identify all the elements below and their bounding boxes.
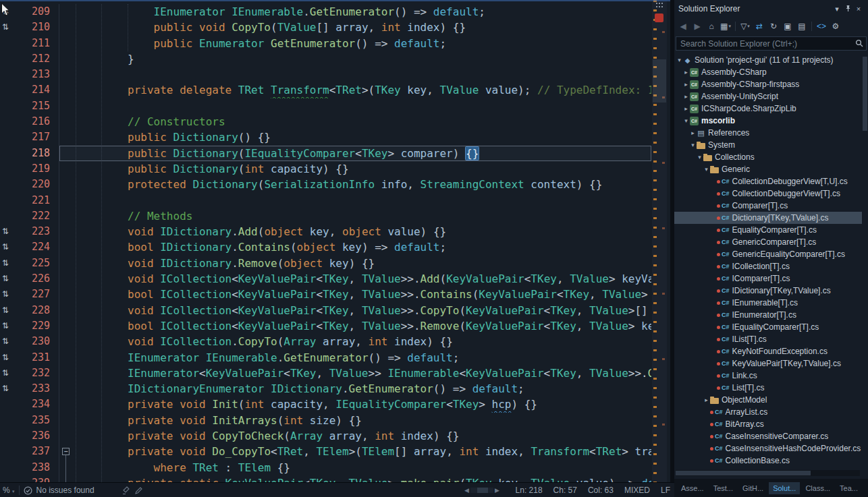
editor-vertical-scrollbar[interactable] <box>652 0 667 482</box>
code-line[interactable]: 213 <box>0 67 651 82</box>
code-line[interactable]: ⇅231 IEnumerator IEnumerable.GetEnumerat… <box>0 350 651 366</box>
outlining-margin[interactable] <box>59 208 73 224</box>
scrollbar-thumb[interactable] <box>863 57 867 131</box>
chevron-expanded-icon[interactable]: ▾ <box>676 57 683 63</box>
outlining-margin[interactable] <box>59 51 73 67</box>
code-editor[interactable]: ⇅209 IEnumerator IEnumerable.GetEnumerat… <box>0 0 670 482</box>
filter-icon[interactable]: ▽▾ <box>739 20 751 32</box>
chevron-collapsed-icon[interactable]: ▸ <box>689 129 697 136</box>
code-line[interactable]: ⇅224 bool IDictionary.Contains(object ke… <box>0 239 651 255</box>
tree-item[interactable]: C#IEnumerator[T].cs <box>674 309 862 321</box>
outlining-margin[interactable] <box>59 366 73 381</box>
window-position-menu-icon[interactable]: ▾ <box>832 5 842 13</box>
code-line[interactable]: 237− private void Do_CopyTo<TRet, TElem>… <box>0 444 651 459</box>
code-line[interactable]: 212 } <box>0 51 651 67</box>
reference-arrows-icon[interactable]: ⇅ <box>0 287 16 302</box>
breakpoint-margin[interactable] <box>0 67 16 82</box>
properties-icon[interactable]: ▤ <box>796 20 808 32</box>
chevron-collapsed-icon[interactable]: ▸ <box>682 93 690 100</box>
tree-item[interactable]: C#CaseInsensitiveComparer.cs <box>674 430 862 442</box>
tool-window-tab[interactable]: Solut... <box>769 482 800 494</box>
outlining-margin[interactable] <box>59 177 73 192</box>
reference-arrows-icon[interactable]: ⇅ <box>0 366 16 381</box>
code-line[interactable]: 236 private void CopyToCheck(Array array… <box>0 428 651 444</box>
outlining-margin[interactable] <box>59 475 73 482</box>
tree-item[interactable]: C#KeyNotFoundException.cs <box>674 345 862 357</box>
outlining-margin[interactable] <box>59 256 73 271</box>
tree-vertical-scrollbar[interactable] <box>862 54 868 465</box>
reference-arrows-icon[interactable]: ⇅ <box>0 350 16 366</box>
outlining-margin[interactable] <box>59 114 73 129</box>
pin-icon[interactable] <box>842 5 853 13</box>
code-line[interactable]: 235 private void InitArrays(int size) {} <box>0 413 651 428</box>
chevron-expanded-icon[interactable]: ▾ <box>682 117 690 124</box>
back-icon[interactable]: ◀ <box>677 20 689 32</box>
outlining-margin[interactable] <box>59 193 73 208</box>
scrollbar-thumb[interactable] <box>477 488 488 493</box>
forward-icon[interactable]: ▶ <box>691 20 703 32</box>
reference-arrows-icon[interactable]: ⇅ <box>0 20 16 35</box>
breakpoint-margin[interactable] <box>0 146 16 161</box>
tree-item[interactable]: C#Comparer[T].cs <box>674 200 862 212</box>
tree-item[interactable]: C#GenericComparer[T].cs <box>674 236 862 248</box>
outlining-margin[interactable] <box>59 381 73 397</box>
tree-item[interactable]: C#CaseInsensitiveHashCodeProvider.cs <box>674 442 862 455</box>
chevron-expanded-icon[interactable]: ▾ <box>689 142 697 148</box>
tree-item[interactable]: C#CollectionDebuggerView[T,U].cs <box>674 175 862 187</box>
tree-item[interactable]: C#IEnumerable[T].cs <box>674 297 862 309</box>
scroll-right-icon[interactable]: ▶ <box>495 487 499 494</box>
code-line[interactable]: 211 public Enumerator GetEnumerator() =>… <box>0 36 651 51</box>
encoding-indicator[interactable]: MIXED <box>624 486 650 495</box>
outlining-margin[interactable] <box>59 413 73 428</box>
breakpoint-margin[interactable] <box>0 444 16 459</box>
outlining-margin[interactable] <box>59 224 73 239</box>
code-line[interactable]: ⇅230 void ICollection.CopyTo(Array array… <box>0 334 651 349</box>
code-line[interactable]: ⇅227 bool ICollection<KeyValuePair<TKey,… <box>0 287 651 302</box>
tree-item[interactable]: ▾Generic <box>674 163 862 175</box>
breakpoint-margin[interactable] <box>0 161 16 177</box>
breakpoint-margin[interactable] <box>0 36 16 51</box>
tool-window-tab[interactable]: Tea... <box>836 482 862 494</box>
outlining-margin[interactable] <box>59 67 73 82</box>
line-ending-indicator[interactable]: LF <box>661 486 670 495</box>
code-line[interactable]: ⇅210 public void CopyTo(TValue[] array, … <box>0 20 651 35</box>
tree-item[interactable]: C#IList[T].cs <box>674 333 862 345</box>
code-cleanup-icon[interactable] <box>121 486 130 495</box>
tool-window-tab[interactable]: Class... <box>801 482 834 494</box>
breakpoint-margin[interactable] <box>0 428 16 444</box>
editor-horizontal-scrollbar[interactable]: ◀ ▶ <box>464 483 499 497</box>
tree-item[interactable]: ▸▤References <box>674 127 862 139</box>
chevron-expanded-icon[interactable]: ▾ <box>696 154 703 160</box>
breakpoint-margin[interactable] <box>0 177 16 192</box>
refresh-icon[interactable]: ↻ <box>767 20 780 32</box>
breakpoint-margin[interactable] <box>0 98 16 114</box>
tree-item[interactable]: C#ArrayList.cs <box>674 406 862 418</box>
outlining-margin[interactable] <box>59 397 73 412</box>
tool-window-tab[interactable]: GitH... <box>738 482 767 494</box>
tree-item[interactable]: ▸C#Assembly-CSharp <box>674 66 862 78</box>
code-line[interactable]: 220 protected Dictionary(SerializationIn… <box>0 177 651 192</box>
breakpoint-margin[interactable] <box>0 413 16 428</box>
outlining-margin[interactable] <box>59 82 73 98</box>
tree-horizontal-scrollbar[interactable] <box>676 470 860 476</box>
char-indicator[interactable]: Ch: 57 <box>553 486 577 495</box>
outlining-margin[interactable] <box>59 428 73 444</box>
tool-window-tab[interactable]: Test... <box>709 482 737 494</box>
reference-arrows-icon[interactable]: ⇅ <box>0 318 16 334</box>
outlining-margin[interactable]: − <box>59 444 73 459</box>
column-indicator[interactable]: Col: 63 <box>588 486 614 495</box>
scrollbar-thumb[interactable] <box>653 59 666 103</box>
scrollbar-thumb[interactable] <box>676 471 811 475</box>
code-line[interactable]: ⇅229 bool ICollection<KeyValuePair<TKey,… <box>0 318 651 334</box>
tree-item[interactable]: C#Link.cs <box>674 370 862 382</box>
code-line[interactable]: 234 private void Init(int capacity, IEqu… <box>0 397 651 412</box>
tree-item[interactable]: C#CollectionBase.cs <box>674 455 862 467</box>
tree-item[interactable]: C#ICollection[T].cs <box>674 260 862 272</box>
outlining-margin[interactable] <box>59 129 73 145</box>
code-line[interactable]: ⇅226 void ICollection<KeyValuePair<TKey,… <box>0 271 651 287</box>
breakpoint-margin[interactable] <box>0 82 16 98</box>
chevron-collapsed-icon[interactable]: ▸ <box>703 397 710 403</box>
code-line[interactable]: ⇅209 IEnumerator IEnumerable.GetEnumerat… <box>0 4 651 20</box>
preview-code-icon[interactable]: <> <box>815 20 828 32</box>
tree-item[interactable]: C#Dictionary[TKey,TValue].cs <box>674 212 862 224</box>
